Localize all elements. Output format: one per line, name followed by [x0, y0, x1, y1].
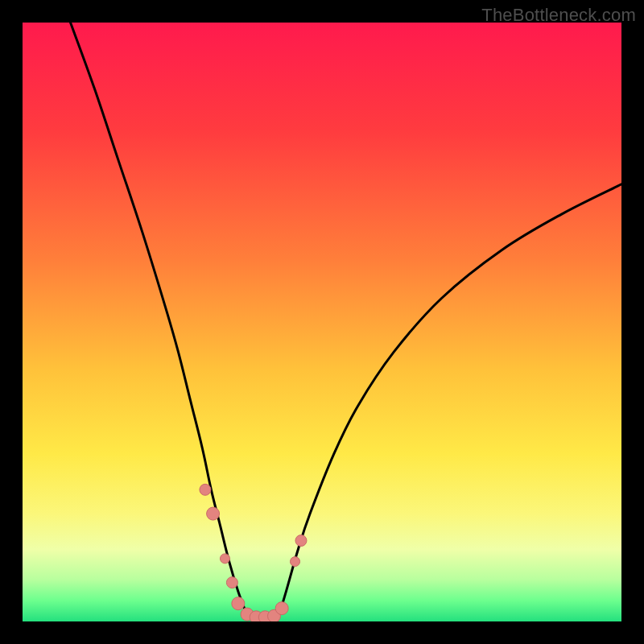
watermark-text: TheBottleneck.com — [481, 5, 636, 26]
chart-svg — [23, 23, 621, 621]
marker-point — [220, 554, 229, 564]
plot-area — [23, 23, 621, 621]
outer-frame: TheBottleneck.com — [0, 0, 644, 644]
marker-point — [226, 577, 237, 588]
marker-point — [207, 507, 220, 520]
marker-point — [200, 484, 211, 495]
marker-point — [232, 597, 245, 610]
marker-point — [295, 535, 307, 547]
marker-point — [275, 602, 288, 615]
marker-point — [291, 557, 300, 567]
gradient-background — [23, 23, 621, 621]
